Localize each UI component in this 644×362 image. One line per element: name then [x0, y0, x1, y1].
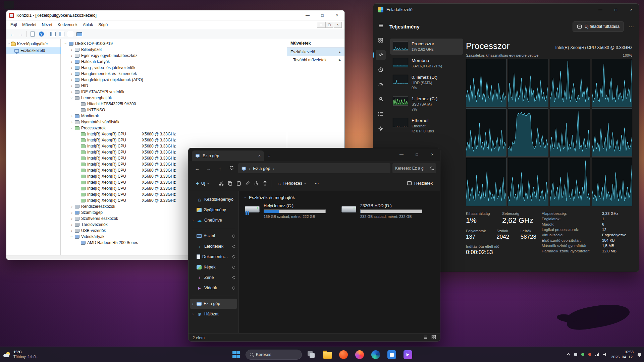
- minimize-button[interactable]: —: [593, 4, 608, 16]
- file-explorer-button[interactable]: [321, 348, 334, 361]
- device-tree-item[interactable]: Intel(R) Xeon(R) CPUX5680 @ 3.33GHz: [61, 131, 287, 137]
- mdi-restore-button[interactable]: ▢: [325, 22, 333, 28]
- maximize-button[interactable]: □: [409, 148, 425, 161]
- sidebar-item-dokumentumok[interactable]: Dokumentumok: [190, 252, 237, 262]
- expand-icon[interactable]: ›: [69, 217, 74, 221]
- cut-button[interactable]: [219, 181, 224, 186]
- sidebar-item-kezdokepernyo[interactable]: Kezdőképernyő: [190, 194, 237, 204]
- desktop-icon[interactable]: [4, 1, 14, 9]
- share-button[interactable]: [254, 181, 259, 186]
- perf-sidebar-processzor[interactable]: Processzor1% 2,62 GHz: [390, 39, 463, 55]
- sidebar-item-onedrive[interactable]: ›OneDrive: [190, 215, 237, 225]
- sidebar-item-kepek[interactable]: Képek: [190, 262, 237, 272]
- help-icon[interactable]: ?: [38, 31, 45, 38]
- performance-icon[interactable]: [376, 50, 386, 60]
- close-button[interactable]: ×: [330, 10, 344, 20]
- run-new-task-button[interactable]: Új feladat futtatása: [573, 21, 624, 32]
- start-button[interactable]: [229, 348, 243, 361]
- rename-button[interactable]: [245, 181, 250, 186]
- minimize-button[interactable]: —: [394, 148, 409, 161]
- menu-ablak[interactable]: Ablak: [80, 21, 96, 28]
- mmc-title-bar[interactable]: Konzol1 - [Kezelőpultgyökér\Eszközkezelő…: [6, 10, 344, 20]
- device-tree-item[interactable]: Intel(R) Xeon(R) CPUX5680 @ 3.33GHz: [61, 137, 287, 143]
- chevron-right-icon[interactable]: ›: [191, 302, 195, 306]
- device-tree-item[interactable]: ›IDE ATA/ATAPI vezérlők: [61, 89, 287, 95]
- app-history-icon[interactable]: [376, 65, 386, 75]
- details-pane-button[interactable]: Részletek: [404, 179, 435, 188]
- expand-icon[interactable]: ›: [69, 84, 74, 88]
- maximize-button[interactable]: □: [608, 4, 624, 16]
- edge-button[interactable]: [369, 348, 382, 361]
- security-tray-icon[interactable]: [581, 353, 584, 356]
- up-icon[interactable]: ↑: [215, 166, 225, 171]
- thumbnail-view-icon[interactable]: [431, 335, 436, 341]
- perf-sidebar-1-lemez-c[interactable]: 1. lemez (C:)SSD (SATA)7%: [390, 94, 463, 115]
- sidebar-item-videok[interactable]: Videók: [190, 283, 237, 293]
- expand-icon[interactable]: ›: [69, 229, 74, 233]
- startup-apps-icon[interactable]: [376, 79, 386, 89]
- collapse-icon[interactable]: ›: [70, 234, 74, 239]
- delete-button[interactable]: [262, 181, 268, 186]
- collapse-icon[interactable]: ▲: [338, 51, 341, 54]
- expand-icon[interactable]: ›: [69, 48, 74, 52]
- device-tree-item[interactable]: ›Egér vagy egyéb mutatóeszköz: [61, 53, 287, 59]
- firefox-button[interactable]: [353, 348, 366, 361]
- volume-icon[interactable]: [603, 353, 607, 356]
- task-view-button[interactable]: [305, 348, 318, 361]
- actions-group-device-manager[interactable]: Eszközkezelő ▲: [287, 48, 344, 56]
- taskbar-search[interactable]: Keresés: [246, 350, 302, 360]
- console-item-device-manager[interactable]: Eszközkezelő: [6, 47, 60, 54]
- minimize-button[interactable]: —: [300, 10, 315, 20]
- expand-icon[interactable]: ›: [69, 204, 74, 208]
- sidebar-item-gyujtemeny[interactable]: Gyűjtemény: [190, 205, 237, 215]
- breadcrumb-chevron-icon[interactable]: ›: [249, 166, 250, 171]
- details-icon[interactable]: [376, 109, 386, 119]
- notification-bell-icon[interactable]: [638, 353, 641, 356]
- hidden-icons-chevron-icon[interactable]: [567, 353, 570, 357]
- collapse-icon[interactable]: ›: [70, 126, 74, 130]
- collapse-icon[interactable]: ›: [70, 96, 74, 100]
- breadcrumb-chevron-icon[interactable]: ›: [273, 166, 274, 171]
- tab-bar[interactable]: Ez a gép × + — □ ×: [189, 148, 440, 161]
- store-button[interactable]: [385, 348, 398, 361]
- mdi-close-button[interactable]: ×: [334, 22, 342, 28]
- tm-title-bar[interactable]: Feladatkezelő — □ ×: [373, 4, 639, 16]
- expand-icon[interactable]: ›: [69, 114, 74, 118]
- screen-icon[interactable]: [75, 31, 83, 38]
- remote-access-tray-icon[interactable]: [588, 353, 591, 356]
- device-tree-item[interactable]: Hitachi HTS543225L9A300: [61, 101, 287, 107]
- device-tree-item[interactable]: ›Billentyűzet: [61, 47, 287, 53]
- hamburger-menu-icon[interactable]: [376, 20, 386, 31]
- tab-this-pc[interactable]: Ez a gép ×: [192, 150, 264, 161]
- device-tree-item[interactable]: ›Lemezmeghajtók: [61, 95, 287, 101]
- properties-icon[interactable]: [67, 31, 74, 38]
- refresh-icon[interactable]: [227, 165, 236, 171]
- see-more-button[interactable]: ···: [312, 179, 322, 188]
- device-tree-item[interactable]: ›Hálózati kártyák: [61, 59, 287, 65]
- menu-kedvencek[interactable]: Kedvencek: [55, 21, 80, 28]
- sidebar-item-letoltesek[interactable]: Letöltések: [190, 241, 237, 251]
- expand-icon[interactable]: ›: [69, 78, 74, 82]
- device-tree-item[interactable]: ›Monitorok: [61, 113, 287, 119]
- back-icon[interactable]: ←: [193, 166, 202, 171]
- new-button[interactable]: + Új ›: [193, 178, 212, 188]
- collapse-icon[interactable]: ›: [7, 43, 11, 45]
- console-tree-pane-icon[interactable]: [49, 31, 57, 38]
- tab-close-icon[interactable]: ×: [258, 154, 261, 158]
- menu-nezet[interactable]: Nézet: [39, 21, 55, 28]
- sidebar-item-asztal[interactable]: Asztal: [190, 231, 237, 241]
- forward-icon[interactable]: →: [17, 31, 24, 38]
- device-tree-item[interactable]: ›Processzorok: [61, 125, 287, 131]
- expand-icon[interactable]: ›: [69, 66, 74, 70]
- expand-icon[interactable]: ›: [69, 223, 74, 227]
- expand-icon[interactable]: ›: [69, 72, 74, 76]
- brave-button[interactable]: [337, 348, 350, 361]
- back-icon[interactable]: ←: [8, 31, 16, 38]
- chevron-right-icon[interactable]: ›: [191, 218, 195, 222]
- expand-icon[interactable]: ›: [69, 90, 74, 94]
- perf-sidebar-memoria[interactable]: Memória3,4/16,0 GB (21%): [390, 55, 463, 71]
- search-box[interactable]: Keresés: Ez a g: [392, 163, 436, 173]
- breadcrumb[interactable]: › Ez a gép ›: [238, 163, 390, 173]
- more-options-icon[interactable]: ···: [629, 24, 634, 29]
- breadcrumb-item[interactable]: Ez a gép: [253, 166, 270, 171]
